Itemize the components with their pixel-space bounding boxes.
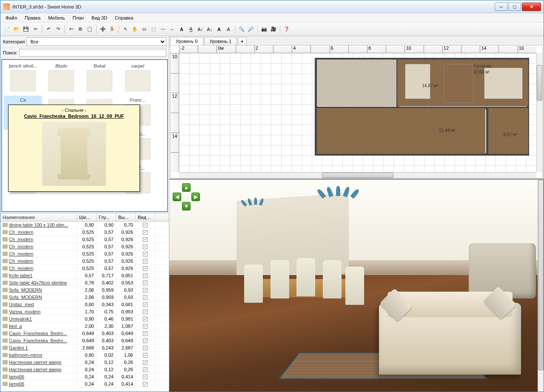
- wall-icon[interactable]: ▭: [140, 25, 148, 34]
- table-row[interactable]: Side table 40x78cm slimline0,780,4020,55…: [0, 279, 169, 287]
- tab-level-0[interactable]: Уровень 0: [170, 37, 203, 45]
- col-width[interactable]: Ши...: [77, 213, 97, 221]
- table-row[interactable]: dining table 100 x 100 slim...0,900,900,…: [0, 222, 169, 229]
- visible-checkbox[interactable]: ✓: [143, 302, 148, 307]
- copy-icon[interactable]: ⧉: [76, 25, 85, 34]
- table-row[interactable]: Ch_modern0,5250,570,926✓: [0, 229, 169, 236]
- zoom-in-icon[interactable]: 🔍: [237, 25, 246, 34]
- search-input[interactable]: [19, 49, 166, 57]
- dimension-icon[interactable]: ↔: [168, 25, 177, 34]
- catalog-item[interactable]: Bludo: [42, 62, 80, 96]
- nav-right-icon[interactable]: ▶: [191, 193, 200, 201]
- redo-icon[interactable]: ↷: [54, 25, 62, 34]
- visible-checkbox[interactable]: ✓: [143, 353, 148, 358]
- tab-add-level[interactable]: +: [238, 37, 246, 45]
- table-row[interactable]: Cavio_Francheska_Bedro...0,6490,4030,649…: [0, 330, 169, 337]
- table-row[interactable]: Ch_modern0,5250,570,926✓: [0, 243, 169, 250]
- visible-checkbox[interactable]: ✓: [143, 281, 148, 285]
- visible-checkbox[interactable]: ✓: [143, 310, 148, 314]
- visible-checkbox[interactable]: ✓: [143, 324, 148, 329]
- table-row[interactable]: Ch_modern0,5250,570,926✓: [0, 265, 169, 272]
- room-icon[interactable]: ⬚: [149, 25, 158, 34]
- menu-edit[interactable]: Правка: [21, 14, 44, 21]
- open-icon[interactable]: 📂: [12, 25, 21, 34]
- text-icon[interactable]: A: [177, 25, 186, 34]
- table-row[interactable]: Kofe table10,570,7170,851✓: [0, 272, 169, 279]
- furniture-list-header[interactable]: Наименование Ши... Глу... Вы... Види...: [0, 213, 169, 222]
- maximize-button[interactable]: □: [508, 3, 521, 11]
- table-row[interactable]: Настенная светит вверх0,240,120,26✓: [0, 366, 169, 373]
- plan-view[interactable]: -20м246810121416 101214: [170, 45, 543, 179]
- visible-checkbox[interactable]: ✓: [143, 382, 148, 386]
- table-row[interactable]: Sofa_MODERN2,060,9590,93✓: [0, 294, 169, 301]
- plan-scroll-v[interactable]: [536, 53, 542, 172]
- table-row[interactable]: Umivalnik10,900,460,981✓: [0, 315, 169, 323]
- catalog-pane[interactable]: bench slimli...BludoBokalcarpetCaFranc..…: [1, 59, 168, 212]
- catalog-item[interactable]: bench slimli...: [4, 62, 42, 96]
- text-dec-icon[interactable]: A↓: [205, 25, 214, 34]
- close-button[interactable]: ✕: [522, 3, 541, 11]
- new-icon[interactable]: 📄: [3, 25, 11, 34]
- bold-icon[interactable]: A: [215, 25, 223, 34]
- catalog-item[interactable]: Bokal: [80, 62, 119, 96]
- zoom-out-icon[interactable]: 🔎: [247, 25, 255, 34]
- help-icon[interactable]: ❓: [282, 25, 291, 34]
- visible-checkbox[interactable]: ✓: [143, 338, 148, 343]
- prefs-icon[interactable]: ✂: [31, 25, 40, 34]
- table-row[interactable]: bed_a2,002,301,087✓: [0, 323, 169, 330]
- paste-icon[interactable]: 📋: [85, 25, 94, 34]
- tab-level-1[interactable]: Уровень 1: [204, 37, 237, 45]
- visible-checkbox[interactable]: ✓: [143, 375, 148, 379]
- plan-scroll-h[interactable]: [179, 172, 536, 178]
- table-row[interactable]: Gardini 12,6880,2432,687✓: [0, 344, 169, 352]
- table-row[interactable]: Ch_modern0,5250,570,926✓: [0, 258, 169, 265]
- table-row[interactable]: Sofa_MODERN2,060,9590,93✓: [0, 287, 169, 294]
- menu-plan[interactable]: План: [69, 14, 88, 21]
- visible-checkbox[interactable]: ✓: [143, 288, 148, 293]
- select-icon[interactable]: ↖: [121, 25, 130, 34]
- col-height[interactable]: Вы...: [116, 213, 136, 221]
- visible-checkbox[interactable]: ✓: [143, 360, 148, 365]
- visible-checkbox[interactable]: ✓: [143, 367, 148, 372]
- 3d-nav-compass[interactable]: ▲ ▼ ◀ ▶: [173, 183, 200, 210]
- plan-canvas[interactable]: Гостиная42,04 м²14,87 м²21,44 м²8,57 м²: [179, 53, 536, 172]
- add-furniture-icon[interactable]: ➕: [99, 25, 107, 34]
- video-icon[interactable]: 🎥: [269, 25, 278, 34]
- text-inc-icon[interactable]: A↑: [196, 25, 205, 34]
- table-row[interactable]: Настенная светит вверх0,240,120,26✓: [0, 359, 169, 366]
- visible-checkbox[interactable]: ✓: [143, 252, 148, 256]
- visible-checkbox[interactable]: ✓: [143, 223, 148, 227]
- visible-checkbox[interactable]: ✓: [143, 244, 148, 249]
- col-name[interactable]: Наименование: [0, 213, 77, 221]
- nav-left-icon[interactable]: ◀: [173, 193, 181, 201]
- 3d-view[interactable]: ▲ ▼ ◀ ▶: [169, 180, 544, 392]
- visible-checkbox[interactable]: ✓: [143, 295, 148, 300]
- table-row[interactable]: Vanna_modern1,700,750,993✓: [0, 308, 169, 315]
- menu-help[interactable]: Справка: [111, 14, 137, 21]
- photo-icon[interactable]: 📷: [260, 25, 268, 34]
- nav-down-icon[interactable]: ▼: [182, 202, 191, 210]
- visible-checkbox[interactable]: ✓: [143, 331, 148, 336]
- menu-furniture[interactable]: Мебель: [45, 14, 68, 21]
- menu-3dview[interactable]: Вид 3D: [88, 14, 111, 21]
- category-select[interactable]: Все: [26, 37, 166, 46]
- polyline-icon[interactable]: 〰: [159, 25, 167, 34]
- furniture-list[interactable]: Наименование Ши... Глу... Вы... Види... …: [0, 213, 169, 392]
- cut-icon[interactable]: ✄: [67, 25, 75, 34]
- catalog-item[interactable]: carpet: [119, 62, 157, 96]
- titlebar[interactable]: INTER_3.sh3d - Sweet Home 3D ─ □ ✕: [0, 0, 544, 13]
- table-row[interactable]: bathroom-mirror0,800,021,06✓: [0, 352, 169, 359]
- minimize-button[interactable]: ─: [495, 3, 507, 11]
- table-row[interactable]: Unitaz_med0,600,3430,681✓: [0, 301, 169, 308]
- visible-checkbox[interactable]: ✓: [143, 230, 148, 235]
- menu-file[interactable]: Файл: [2, 14, 20, 21]
- col-depth[interactable]: Глу...: [97, 213, 116, 221]
- visible-checkbox[interactable]: ✓: [143, 273, 148, 278]
- italic-icon[interactable]: A: [224, 25, 233, 34]
- nav-up-icon[interactable]: ▲: [182, 183, 191, 192]
- save-icon[interactable]: 💾: [22, 25, 30, 34]
- visible-checkbox[interactable]: ✓: [143, 317, 148, 321]
- visible-checkbox[interactable]: ✓: [143, 259, 148, 264]
- visible-checkbox[interactable]: ✓: [143, 237, 148, 242]
- undo-icon[interactable]: ↶: [44, 25, 53, 34]
